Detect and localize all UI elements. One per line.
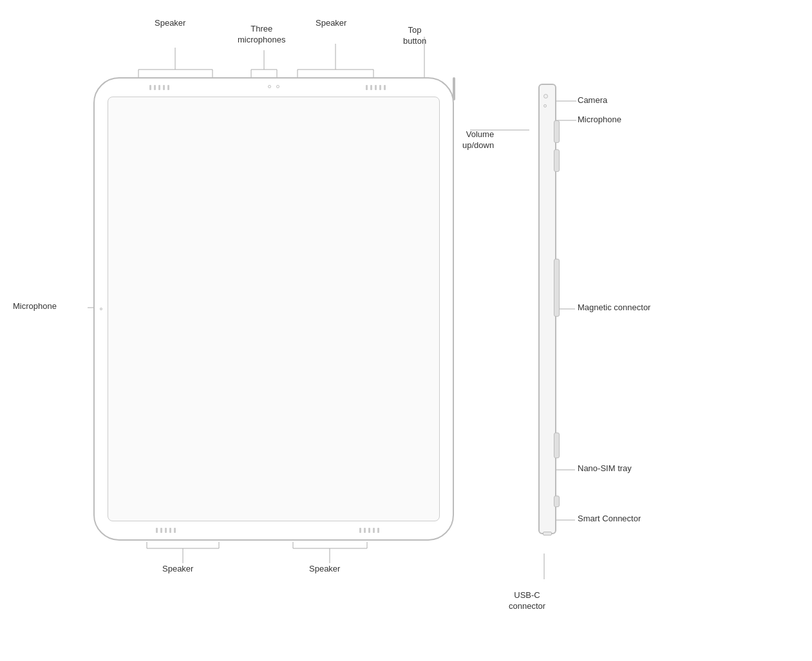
label-speaker-bottom-right: Speaker <box>309 564 340 575</box>
tablet-side-view <box>534 84 560 534</box>
label-camera: Camera <box>578 95 607 106</box>
side-mic <box>543 104 547 107</box>
volume-down-button <box>554 149 560 172</box>
label-volume-updown: Volume up/down <box>462 118 494 151</box>
camera-dot <box>268 85 271 88</box>
tablet-front-view <box>93 77 454 541</box>
label-speaker-top-left: Speaker <box>155 18 185 29</box>
left-mic-dot <box>100 308 102 310</box>
magnetic-connector <box>554 259 560 317</box>
label-usbc: USB-C connector <box>509 579 545 612</box>
label-smart-connector: Smart Connector <box>578 514 641 525</box>
tablet-screen <box>108 97 440 521</box>
mic-dot <box>276 85 279 88</box>
front-camera-area <box>268 85 279 88</box>
speaker-top-left <box>127 85 191 90</box>
label-top-button: Top button <box>403 14 426 47</box>
usbc-port <box>543 532 552 535</box>
top-button <box>453 77 455 100</box>
label-magnetic-connector: Magnetic connector <box>578 303 650 313</box>
speaker-bottom-left <box>133 528 198 533</box>
label-microphone-side: Microphone <box>578 115 621 126</box>
nano-sim-tray <box>554 433 560 458</box>
label-speaker-bottom-left: Speaker <box>162 564 193 575</box>
label-nano-sim: Nano-SIM tray <box>578 463 632 474</box>
diagram-container: Speaker Three microphones Speaker Top bu… <box>0 0 812 661</box>
speaker-top-right <box>343 85 408 90</box>
label-speaker-top-right: Speaker <box>316 18 346 29</box>
tablet-body <box>93 77 454 541</box>
label-microphone-left: Microphone <box>13 301 57 312</box>
smart-connector <box>554 496 560 507</box>
label-three-microphones: Three microphones <box>238 13 285 46</box>
side-camera <box>543 94 548 98</box>
volume-up-button <box>554 120 560 143</box>
tablet-side-body <box>538 84 556 534</box>
speaker-bottom-right <box>337 528 401 533</box>
